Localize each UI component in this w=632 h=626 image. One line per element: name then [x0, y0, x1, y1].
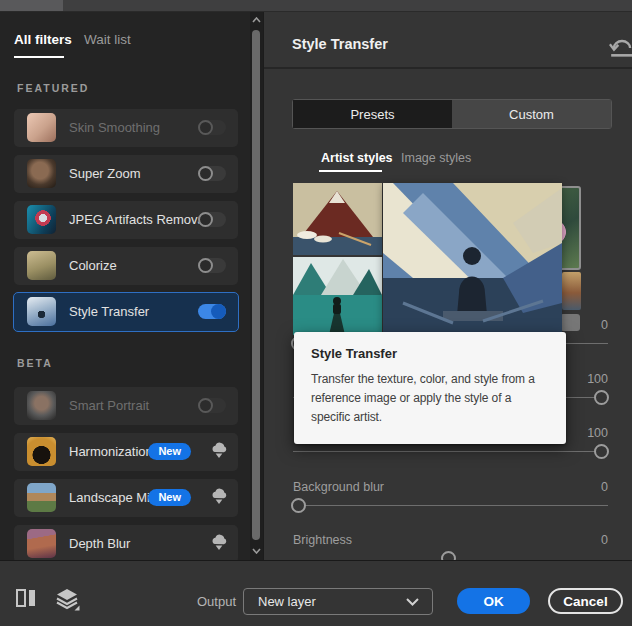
segment-custom[interactable]: Custom	[452, 100, 611, 128]
tab-image-styles[interactable]: Image styles	[401, 151, 471, 165]
style-transfer-tooltip: Style Transfer Transfer the texture, col…	[294, 332, 566, 444]
filter-thumbnail	[27, 391, 56, 420]
tab-all-filters[interactable]: All filters	[14, 32, 72, 47]
slider-thumb[interactable]	[291, 498, 306, 513]
scroll-up-icon[interactable]	[252, 17, 261, 23]
slider-value: 0	[601, 318, 608, 332]
tab-artist-styles[interactable]: Artist styles	[321, 151, 393, 165]
output-dropdown[interactable]: New layer	[243, 588, 433, 615]
filter-thumbnail	[27, 483, 56, 512]
cloud-download-icon	[210, 442, 228, 463]
scroll-down-icon[interactable]	[252, 548, 261, 554]
tab-wait-list[interactable]: Wait list	[84, 32, 131, 47]
filter-list-panel: All filters Wait list FEATURED Skin Smoo…	[0, 12, 250, 560]
output-label: Output	[197, 594, 236, 609]
style-thumbnail-fjord-photo[interactable]	[293, 257, 382, 335]
cloud-download-icon	[210, 488, 228, 509]
chevron-down-icon	[406, 598, 419, 606]
filter-item-landscape-mixer[interactable]: Landscape Mixer New	[14, 479, 238, 517]
slider-row-background-blur: Background blur 0	[293, 480, 608, 520]
style-thumbnail-hover-preview[interactable]	[383, 183, 562, 335]
toggle-switch[interactable]	[198, 304, 226, 319]
toggle-switch[interactable]	[198, 258, 226, 273]
toggle-switch[interactable]	[198, 398, 226, 413]
filter-item-harmonization[interactable]: Harmonization New	[14, 433, 238, 471]
filter-thumbnail	[27, 159, 56, 188]
filter-thumbnail	[27, 113, 56, 142]
slider-track[interactable]	[293, 451, 608, 452]
filter-item-depth-blur[interactable]: Depth Blur	[14, 525, 238, 563]
panel-title: Style Transfer	[292, 36, 388, 52]
toggle-switch[interactable]	[198, 166, 226, 181]
new-badge: New	[148, 443, 191, 460]
filter-label: Depth Blur	[69, 536, 130, 551]
filter-label: Style Transfer	[69, 304, 149, 319]
style-thumbnail-partial[interactable]	[562, 272, 581, 310]
top-strip-segment	[0, 0, 63, 11]
filter-label: Harmonization	[69, 444, 153, 459]
slider-thumb[interactable]	[594, 444, 609, 459]
style-thumbnail-partial	[560, 314, 580, 331]
filter-label: Colorize	[69, 258, 117, 273]
filter-label: Smart Portrait	[69, 398, 149, 413]
filter-thumbnail	[27, 251, 56, 280]
filter-label: Super Zoom	[69, 166, 141, 181]
filter-label: Skin Smoothing	[69, 120, 160, 135]
presets-custom-segmented-control: Presets Custom	[292, 99, 612, 129]
ok-button[interactable]: OK	[457, 588, 530, 614]
slider-value: 0	[601, 480, 608, 494]
filter-thumbnail	[27, 437, 56, 466]
tooltip-title: Style Transfer	[311, 346, 549, 361]
toggle-switch[interactable]	[198, 120, 226, 135]
slider-thumb[interactable]	[594, 390, 609, 405]
segment-presets[interactable]: Presets	[293, 100, 452, 128]
scrollbar-thumb[interactable]	[252, 30, 260, 540]
slider-value: 100	[587, 372, 608, 386]
dialog-footer: Output New layer OK Cancel	[0, 560, 632, 626]
filter-item-colorize[interactable]: Colorize	[14, 247, 238, 285]
tooltip-body: Transfer the texture, color, and style f…	[311, 370, 549, 428]
filter-detail-panel: Style Transfer Presets Custom Artist sty…	[263, 12, 632, 560]
filter-thumbnail	[27, 529, 56, 558]
filter-item-super-zoom[interactable]: Super Zoom	[14, 155, 238, 193]
filter-item-jpeg-artifacts-removal[interactable]: JPEG Artifacts Removal	[14, 201, 238, 239]
style-thumbnail-fuji[interactable]	[293, 183, 382, 255]
output-dropdown-value: New layer	[258, 594, 406, 609]
reset-icon[interactable]	[609, 36, 632, 58]
slider-label: Brightness	[293, 533, 352, 547]
slider-value: 0	[601, 533, 608, 547]
active-tab-underline	[14, 56, 64, 58]
cloud-download-icon	[210, 534, 228, 555]
window-top-strip	[0, 0, 632, 12]
cancel-button[interactable]: Cancel	[548, 588, 623, 614]
header-divider	[264, 67, 632, 69]
filter-item-smart-portrait[interactable]: Smart Portrait	[14, 387, 238, 425]
slider-track[interactable]	[293, 505, 608, 506]
layers-icon[interactable]	[56, 589, 80, 611]
filter-thumbnail	[27, 297, 56, 326]
slider-label: Background blur	[293, 480, 384, 494]
neural-filters-dialog: All filters Wait list FEATURED Skin Smoo…	[0, 0, 632, 626]
filter-item-skin-smoothing[interactable]: Skin Smoothing	[14, 109, 238, 147]
slider-value: 100	[587, 426, 608, 440]
section-title-featured: FEATURED	[17, 82, 89, 94]
toggle-switch[interactable]	[198, 212, 226, 227]
section-title-beta: BETA	[17, 357, 53, 369]
active-style-tab-underline	[319, 170, 382, 172]
filter-item-style-transfer[interactable]: Style Transfer	[13, 292, 239, 332]
new-badge: New	[148, 489, 191, 506]
filter-thumbnail	[27, 205, 56, 234]
filter-label: JPEG Artifacts Removal	[69, 212, 208, 227]
split-view-icon[interactable]	[16, 589, 36, 607]
